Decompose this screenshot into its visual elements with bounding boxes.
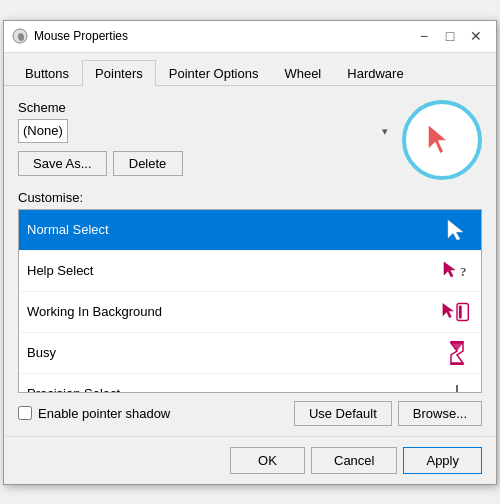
scheme-left: Scheme (None) Save As... Delete — [18, 100, 392, 176]
ok-button[interactable]: OK — [230, 447, 305, 474]
list-item-help-select[interactable]: Help Select ? — [19, 251, 481, 292]
scheme-label: Scheme — [18, 100, 392, 115]
cursor-icon-normal — [441, 216, 473, 244]
cursor-icon-working — [441, 298, 473, 326]
window-controls: − □ ✕ — [412, 24, 488, 48]
save-as-button[interactable]: Save As... — [18, 151, 107, 176]
cancel-button[interactable]: Cancel — [311, 447, 397, 474]
svg-text:?: ? — [460, 264, 467, 279]
svg-rect-7 — [457, 303, 468, 320]
scheme-section: Scheme (None) Save As... Delete — [18, 100, 482, 180]
cursor-list[interactable]: Normal Select Help Select ? — [18, 209, 482, 393]
scheme-buttons: Save As... Delete — [18, 151, 392, 176]
window-title: Mouse Properties — [34, 29, 412, 43]
footer-row: Enable pointer shadow Use Default Browse… — [18, 401, 482, 426]
close-button[interactable]: ✕ — [464, 24, 488, 48]
list-item-precision-select[interactable]: Precision Select — [19, 374, 481, 393]
tab-wheel[interactable]: Wheel — [271, 60, 334, 86]
list-item-busy[interactable]: Busy — [19, 333, 481, 374]
maximize-button[interactable]: □ — [438, 24, 462, 48]
apply-button[interactable]: Apply — [403, 447, 482, 474]
minimize-button[interactable]: − — [412, 24, 436, 48]
tab-pointer-options[interactable]: Pointer Options — [156, 60, 272, 86]
tab-buttons[interactable]: Buttons — [12, 60, 82, 86]
scheme-select-wrapper: (None) — [18, 119, 392, 143]
svg-marker-3 — [448, 220, 463, 240]
mouse-properties-window: Mouse Properties − □ ✕ Buttons Pointers … — [3, 20, 497, 485]
cursor-icon-help: ? — [441, 257, 473, 285]
shadow-label-text: Enable pointer shadow — [38, 406, 170, 421]
use-default-button[interactable]: Use Default — [294, 401, 392, 426]
svg-marker-6 — [443, 303, 453, 317]
shadow-checkbox-label[interactable]: Enable pointer shadow — [18, 406, 286, 421]
window-icon — [12, 28, 28, 44]
footer-buttons: Use Default Browse... — [294, 401, 482, 426]
list-item-normal-select[interactable]: Normal Select — [19, 210, 481, 251]
svg-rect-8 — [459, 305, 462, 318]
cursor-preview-icon — [422, 120, 462, 160]
svg-marker-2 — [428, 124, 448, 154]
dialog-buttons: OK Cancel Apply — [4, 436, 496, 484]
cursor-icon-busy — [441, 339, 473, 367]
cursor-icon-precision — [441, 380, 473, 393]
list-item-working-bg[interactable]: Working In Background — [19, 292, 481, 333]
delete-button[interactable]: Delete — [113, 151, 183, 176]
shadow-checkbox[interactable] — [18, 406, 32, 420]
scheme-dropdown[interactable]: (None) — [18, 119, 68, 143]
browse-button[interactable]: Browse... — [398, 401, 482, 426]
cursor-preview-circle — [402, 100, 482, 180]
svg-marker-4 — [444, 262, 455, 277]
tab-hardware[interactable]: Hardware — [334, 60, 416, 86]
customise-label: Customise: — [18, 190, 482, 205]
title-bar: Mouse Properties − □ ✕ — [4, 21, 496, 53]
scheme-row: (None) — [18, 119, 392, 143]
tab-pointers[interactable]: Pointers — [82, 60, 156, 86]
content-area: Scheme (None) Save As... Delete — [4, 86, 496, 436]
tab-bar: Buttons Pointers Pointer Options Wheel H… — [4, 53, 496, 86]
